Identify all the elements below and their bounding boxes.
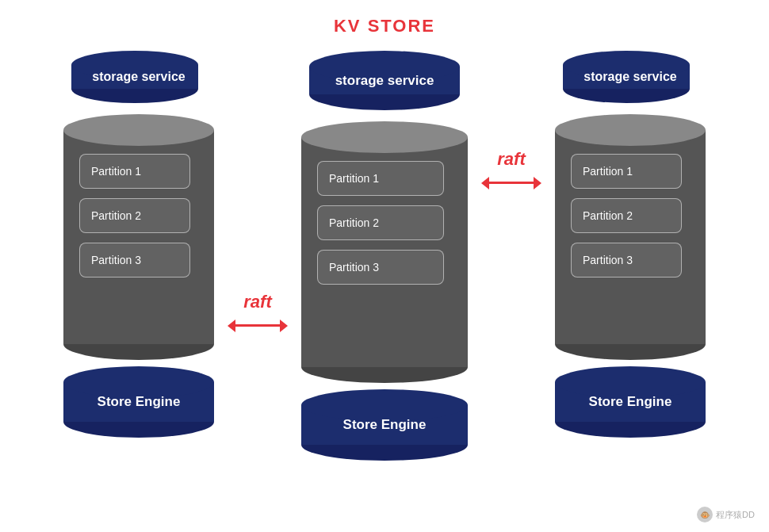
- store-disk-top-right: [555, 366, 706, 398]
- watermark-text: 程序猿DD: [716, 509, 755, 521]
- storage-label-left: storage service: [71, 70, 206, 84]
- storage-label-center: storage service: [309, 73, 460, 89]
- partition-right-2: Partition 2: [571, 198, 682, 233]
- raft-label-right: raft: [497, 149, 525, 170]
- store-label-left: Store Engine: [63, 394, 214, 410]
- body-top-right: [555, 114, 706, 146]
- partition-left-3: Partition 3: [79, 243, 190, 277]
- main-body-right: Partition 1 Partition 2 Partition 3: [555, 114, 706, 360]
- arrow-line-right: [488, 182, 535, 184]
- partition-left-1: Partition 1: [79, 154, 190, 189]
- storage-disk-left: storage service: [71, 51, 206, 103]
- body-rect-center: Partition 1 Partition 2 Partition 3: [301, 137, 468, 367]
- diagram: storage service Partition 1 Partition 2 …: [0, 51, 769, 532]
- store-label-center: Store Engine: [301, 417, 468, 433]
- page-title: KV STORE: [334, 16, 435, 36]
- arrow-line-left: [234, 324, 281, 327]
- store-disk-center: Store Engine: [301, 389, 468, 461]
- node-left: storage service Partition 1 Partition 2 …: [55, 51, 222, 438]
- body-top-left: [63, 114, 214, 146]
- main-body-center: Partition 1 Partition 2 Partition 3: [301, 121, 468, 383]
- watermark-icon: 🐵: [697, 507, 713, 522]
- store-label-right: Store Engine: [555, 394, 706, 410]
- store-disk-right: Store Engine: [555, 366, 706, 438]
- raft-connector-left: raft: [222, 51, 293, 532]
- partition-right-1: Partition 1: [571, 154, 682, 189]
- store-disk-top-left: [63, 366, 214, 398]
- partition-center-3: Partition 3: [317, 250, 444, 285]
- raft-label-left: raft: [243, 292, 271, 312]
- raft-connector-right: raft: [476, 0, 547, 431]
- body-top-center: [301, 121, 468, 153]
- body-rect-right: Partition 1 Partition 2 Partition 3: [555, 130, 706, 344]
- raft-arrow-right: [480, 174, 543, 190]
- body-rect-left: Partition 1 Partition 2 Partition 3: [63, 130, 214, 344]
- storage-disk-center: storage service: [309, 51, 460, 110]
- partition-right-3: Partition 3: [571, 243, 682, 277]
- partition-left-2: Partition 2: [79, 198, 190, 233]
- partition-center-2: Partition 2: [317, 205, 444, 240]
- node-right: storage service Partition 1 Partition 2 …: [547, 51, 714, 438]
- main-body-left: Partition 1 Partition 2 Partition 3: [63, 114, 214, 360]
- store-disk-left: Store Engine: [63, 366, 214, 438]
- storage-disk-right: storage service: [563, 51, 698, 103]
- partition-center-1: Partition 1: [317, 161, 444, 196]
- storage-label-right: storage service: [563, 70, 698, 84]
- store-disk-top-center: [301, 389, 468, 421]
- raft-arrow-left: [226, 317, 289, 333]
- watermark: 🐵 程序猿DD: [697, 507, 755, 522]
- node-center: storage service Partition 1 Partition 2 …: [293, 51, 476, 461]
